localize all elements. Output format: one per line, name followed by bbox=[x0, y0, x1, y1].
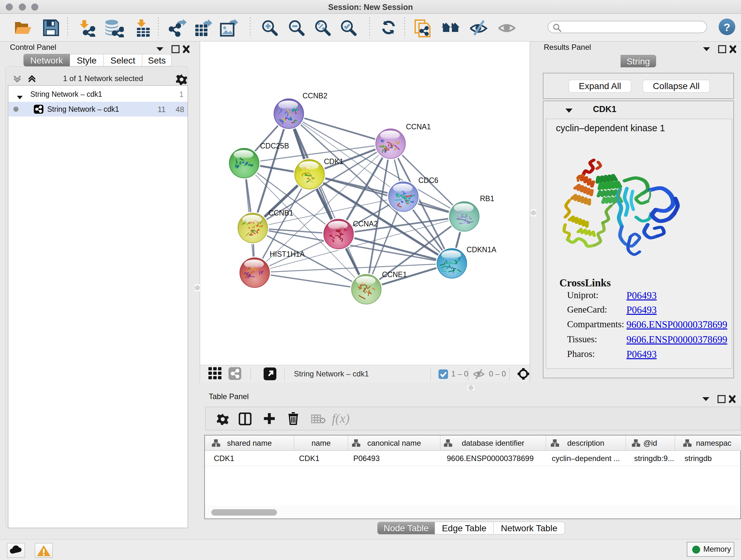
svg-text:CCNA2: CCNA2 bbox=[353, 220, 378, 228]
svg-text:CCNA1: CCNA1 bbox=[406, 123, 431, 131]
svg-text:CDC25B: CDC25B bbox=[260, 142, 289, 150]
svg-text:CDK1: CDK1 bbox=[324, 158, 343, 166]
svg-text:CCNB1: CCNB1 bbox=[268, 209, 293, 217]
svg-text:CDKN1A: CDKN1A bbox=[467, 246, 496, 254]
svg-text:CCNE1: CCNE1 bbox=[382, 270, 407, 279]
svg-text:CDC6: CDC6 bbox=[418, 176, 439, 185]
svg-text:CCNB2: CCNB2 bbox=[302, 91, 327, 100]
svg-text:HIST1H1A: HIST1H1A bbox=[270, 250, 305, 258]
svg-text:RB1: RB1 bbox=[480, 194, 494, 203]
